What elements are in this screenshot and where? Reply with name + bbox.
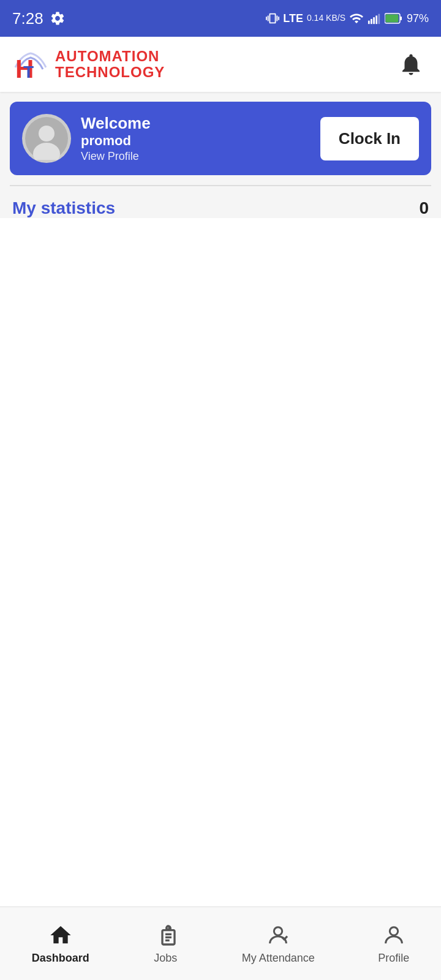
battery-icon: [385, 12, 403, 25]
svg-rect-15: [165, 940, 170, 941]
wifi-icon: [349, 11, 364, 26]
statistics-title: My statistics: [12, 198, 115, 218]
svg-rect-7: [385, 15, 398, 23]
vibrate-icon: [266, 12, 279, 25]
settings-icon: [50, 10, 66, 26]
nav-item-jobs[interactable]: Jobs: [140, 916, 190, 971]
logo-icon: H T: [12, 46, 49, 83]
app-bar: H T AUTOMATION TECHNOLOGY: [0, 37, 441, 92]
bottom-navigation: Dashboard Jobs My Attendance: [0, 907, 441, 980]
main-content-area: [0, 218, 441, 922]
nav-item-profile[interactable]: Profile: [366, 916, 421, 971]
svg-rect-6: [400, 17, 402, 20]
profile-icon: [381, 922, 407, 948]
nav-label-dashboard: Dashboard: [32, 952, 89, 965]
statistics-count: 0: [419, 198, 429, 218]
logo-line1: AUTOMATION: [55, 48, 165, 64]
logo-line2: TECHNOLOGY: [55, 64, 165, 80]
welcome-left: Welcome promod View Profile: [22, 114, 151, 163]
welcome-banner: Welcome promod View Profile Clock In: [10, 102, 431, 175]
logo-text: AUTOMATION TECHNOLOGY: [55, 48, 165, 81]
svg-rect-1: [371, 19, 372, 24]
attendance-icon: [265, 922, 291, 948]
svg-rect-0: [368, 21, 370, 24]
signal-icon: [368, 12, 381, 25]
svg-point-11: [39, 126, 55, 141]
statistics-section: My statistics 0: [0, 186, 441, 218]
welcome-greeting: Welcome: [81, 114, 151, 133]
welcome-text: Welcome promod View Profile: [81, 114, 151, 163]
svg-point-16: [274, 927, 282, 935]
svg-rect-2: [373, 17, 375, 24]
svg-rect-14: [165, 937, 172, 938]
nav-item-attendance[interactable]: My Attendance: [230, 916, 327, 971]
jobs-icon: [153, 922, 178, 948]
view-profile-link[interactable]: View Profile: [81, 150, 151, 163]
status-time-area: 7:28: [12, 9, 66, 28]
notification-button[interactable]: [393, 47, 429, 82]
status-icons: LTE 0.14 KB/S 97%: [266, 11, 429, 26]
svg-rect-3: [375, 15, 377, 24]
bell-icon: [398, 51, 424, 77]
status-time: 7:28: [12, 9, 43, 28]
status-bar: 7:28 LTE 0.14 KB/S 97%: [0, 0, 441, 37]
logo-container: H T AUTOMATION TECHNOLOGY: [12, 46, 165, 83]
nav-label-jobs: Jobs: [154, 952, 177, 965]
svg-point-17: [390, 927, 398, 935]
svg-rect-4: [378, 14, 380, 24]
lte-indicator: LTE: [283, 12, 303, 25]
data-speed: 0.14 KB/S: [307, 13, 345, 23]
clock-in-button[interactable]: Clock In: [320, 117, 419, 160]
home-icon: [48, 922, 74, 948]
nav-label-attendance: My Attendance: [242, 952, 315, 965]
nav-item-dashboard[interactable]: Dashboard: [20, 916, 102, 971]
welcome-username: promod: [81, 133, 151, 149]
svg-text:T: T: [23, 62, 34, 81]
nav-label-profile: Profile: [378, 952, 409, 965]
svg-rect-13: [165, 933, 172, 935]
battery-percentage: 97%: [407, 12, 429, 25]
avatar: [22, 114, 71, 163]
